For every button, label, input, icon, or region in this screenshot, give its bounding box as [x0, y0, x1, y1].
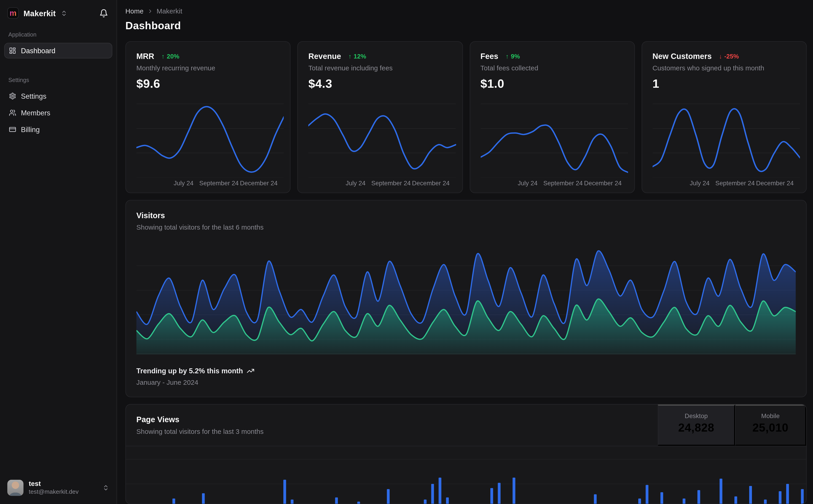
stat-title: Fees [480, 52, 498, 61]
visitors-date-range: January - June 2024 [136, 378, 796, 386]
stat-value: $1.0 [480, 77, 624, 91]
workspace-switcher[interactable]: m Makerkit [7, 7, 98, 19]
trend-value: 12% [354, 53, 366, 60]
breadcrumb-current: Makerkit [157, 7, 182, 15]
x-tick: September 24 [543, 180, 583, 187]
user-email: test@makerkit.dev [29, 488, 97, 496]
page-views-title: Page Views [136, 415, 647, 424]
sidebar-item-dashboard[interactable]: Dashboard [4, 43, 112, 58]
desktop-toggle-button[interactable]: Desktop 24,828 [658, 405, 735, 446]
mobile-toggle-button[interactable]: Mobile 25,010 [735, 405, 806, 446]
main-content: Home Makerkit Dashboard MRR ↑ 20% Monthl… [117, 0, 813, 504]
x-tick: December 24 [240, 180, 278, 187]
sidebar-item-members[interactable]: Members [4, 105, 112, 121]
sidebar-header: m Makerkit [0, 0, 116, 24]
mobile-label: Mobile [744, 412, 797, 420]
sidebar-item-label: Billing [21, 125, 40, 133]
trend-arrow-icon: ↓ [719, 53, 722, 60]
x-tick: September 24 [371, 180, 411, 187]
stat-subtitle: Customers who signed up this month [653, 64, 796, 72]
stat-card-fees: Fees ↑ 9% Total fees collected $1.0 July… [469, 41, 635, 193]
sidebar-item-label: Settings [21, 92, 46, 100]
nav-section-application: Application [4, 31, 112, 37]
bell-icon [99, 9, 108, 18]
sidebar: m Makerkit Application Dashboard Setting… [0, 0, 117, 504]
visitors-card: Visitors Showing total visitors for the … [125, 200, 807, 397]
stat-title: MRR [136, 52, 154, 61]
nav-spacer [4, 59, 112, 77]
avatar [7, 480, 24, 496]
trend-badge: ↑ 9% [506, 53, 520, 60]
brand-name: Makerkit [24, 9, 56, 18]
visitors-trend-text: Trending up by 5.2% this month [136, 367, 243, 375]
x-tick: September 24 [199, 180, 239, 187]
x-tick: July 24 [173, 180, 193, 187]
trend-value: 9% [511, 53, 520, 60]
user-meta: test test@makerkit.dev [29, 480, 97, 496]
breadcrumb: Home Makerkit [125, 7, 807, 15]
x-tick: December 24 [412, 180, 450, 187]
mobile-value: 25,010 [744, 421, 797, 435]
stat-card-mrr: MRR ↑ 20% Monthly recurring revenue $9.6… [125, 41, 291, 193]
sparkline-x-axis: July 24 September 24 December 24 [480, 180, 628, 187]
trend-badge: ↑ 20% [161, 53, 179, 60]
x-tick: September 24 [715, 180, 755, 187]
chevrons-up-down-icon [102, 484, 109, 491]
page-views-card: Page Views Showing total visitors for th… [125, 404, 807, 504]
stat-value: 1 [653, 77, 796, 91]
breadcrumb-home-link[interactable]: Home [125, 7, 143, 15]
layout-dashboard-icon [9, 47, 16, 54]
x-tick: July 24 [690, 180, 710, 187]
visitors-footer: Trending up by 5.2% this month January -… [136, 367, 796, 386]
sparkline-x-axis: July 24 September 24 December 24 [309, 180, 456, 187]
user-name: test [29, 480, 97, 488]
sparkline-x-axis: July 24 September 24 December 24 [136, 180, 284, 187]
trend-arrow-icon: ↑ [348, 53, 352, 60]
page-title: Dashboard [125, 20, 807, 32]
stat-cards-row: MRR ↑ 20% Monthly recurring revenue $9.6… [125, 41, 807, 193]
chevron-right-icon [147, 8, 153, 14]
stat-subtitle: Total revenue including fees [309, 64, 452, 72]
makerkit-logo: m [7, 7, 19, 19]
mrr-sparkline-chart [136, 99, 284, 178]
trend-value: -25% [724, 53, 739, 60]
x-tick: December 24 [584, 180, 622, 187]
page-views-header: Page Views Showing total visitors for th… [126, 405, 806, 446]
x-tick: July 24 [346, 180, 365, 187]
x-tick: December 24 [756, 180, 794, 187]
sidebar-item-settings[interactable]: Settings [4, 88, 112, 104]
desktop-label: Desktop [667, 412, 726, 420]
page-views-bar-chart [126, 451, 806, 504]
trend-arrow-icon: ↑ [161, 53, 165, 60]
sparkline-x-axis: July 24 September 24 December 24 [653, 180, 800, 187]
revenue-sparkline-chart [309, 99, 456, 178]
nav-section-settings: Settings [4, 77, 112, 83]
trend-badge: ↑ 12% [348, 53, 366, 60]
sidebar-item-billing[interactable]: Billing [4, 122, 112, 137]
stat-card-revenue: Revenue ↑ 12% Total revenue including fe… [298, 41, 463, 193]
stat-subtitle: Total fees collected [480, 64, 624, 72]
notifications-button[interactable] [98, 8, 109, 19]
credit-card-icon [9, 126, 16, 133]
sidebar-item-label: Dashboard [21, 47, 55, 54]
visitors-subtitle: Showing total visitors for the last 6 mo… [136, 223, 796, 231]
stat-value: $4.3 [309, 77, 452, 91]
trending-up-icon [247, 367, 254, 375]
stat-card-new-customers: New Customers ↓ -25% Customers who signe… [642, 41, 807, 193]
stat-title: Revenue [309, 52, 341, 61]
x-tick: July 24 [518, 180, 538, 187]
logo-letter: m [10, 9, 16, 16]
trend-value: 20% [167, 53, 179, 60]
page-views-subtitle: Showing total visitors for the last 3 mo… [136, 427, 647, 435]
stat-subtitle: Monthly recurring revenue [136, 64, 280, 72]
chevrons-up-down-icon [60, 10, 67, 16]
users-icon [9, 109, 16, 117]
user-menu[interactable]: test test@makerkit.dev [0, 473, 116, 504]
app-root: m Makerkit Application Dashboard Setting… [0, 0, 813, 504]
visitors-title: Visitors [136, 211, 796, 220]
fees-sparkline-chart [480, 99, 628, 178]
sidebar-nav: Application Dashboard Settings Settings … [0, 24, 116, 473]
desktop-value: 24,828 [667, 421, 726, 435]
new-customers-sparkline-chart [653, 99, 800, 178]
stat-title: New Customers [653, 52, 712, 61]
